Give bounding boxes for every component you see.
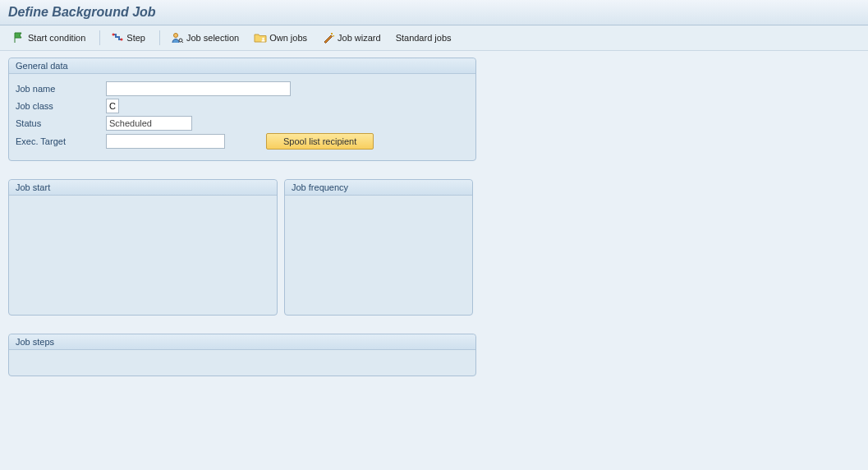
standard-jobs-button[interactable]: Standard jobs	[392, 30, 459, 45]
job-class-label: Job class	[16, 101, 106, 111]
step-label: Step	[126, 33, 145, 43]
exec-target-input[interactable]	[106, 134, 225, 149]
start-condition-label: Start condition	[28, 33, 85, 43]
start-frequency-row: Job start Job frequency	[8, 179, 860, 334]
general-data-header: General data	[9, 58, 475, 74]
field-row: Job name	[16, 81, 469, 96]
svg-point-5	[262, 38, 264, 39]
job-steps-header: Job steps	[9, 334, 475, 350]
start-condition-button[interactable]: Start condition	[8, 29, 93, 47]
svg-point-0	[113, 34, 115, 36]
spool-list-recipient-button[interactable]: Spool list recipient	[266, 133, 374, 150]
job-start-panel: Job start	[8, 179, 278, 316]
job-class-input[interactable]	[106, 99, 119, 113]
status-label: Status	[16, 118, 106, 128]
toolbar-separator	[99, 30, 100, 45]
status-field	[106, 116, 192, 131]
toolbar-separator	[159, 30, 160, 45]
exec-target-label: Exec. Target	[16, 136, 106, 146]
job-wizard-button[interactable]: Job wizard	[318, 29, 388, 47]
wizard-icon	[322, 31, 335, 44]
field-row: Exec. Target Spool list recipient	[16, 133, 469, 150]
job-name-label: Job name	[16, 84, 106, 94]
own-jobs-button[interactable]: Own jobs	[250, 29, 315, 47]
job-steps-panel: Job steps	[8, 334, 476, 376]
job-frequency-header: Job frequency	[285, 180, 472, 196]
job-selection-label: Job selection	[186, 33, 239, 43]
person-search-icon	[171, 31, 184, 44]
svg-point-2	[173, 34, 177, 38]
general-data-body: Job name Job class Status Exec. Target S…	[9, 74, 475, 160]
content-area: General data Job name Job class Status E…	[0, 51, 868, 401]
svg-point-3	[179, 39, 182, 42]
step-button[interactable]: Step	[107, 29, 153, 47]
own-jobs-label: Own jobs	[269, 33, 307, 43]
job-start-body	[9, 196, 277, 209]
folder-person-icon	[254, 31, 267, 44]
svg-point-1	[121, 39, 123, 41]
general-data-panel: General data Job name Job class Status E…	[8, 58, 476, 161]
job-wizard-label: Job wizard	[338, 33, 381, 43]
field-row: Job class	[16, 99, 469, 113]
field-row: Status	[16, 116, 469, 131]
standard-jobs-label: Standard jobs	[396, 33, 452, 43]
step-icon	[111, 31, 124, 44]
job-frequency-body	[285, 196, 472, 209]
job-selection-button[interactable]: Job selection	[167, 29, 246, 47]
title-bar: Define Background Job	[0, 0, 868, 25]
job-start-header: Job start	[9, 180, 277, 196]
job-steps-body	[9, 350, 475, 363]
svg-line-4	[181, 42, 183, 44]
application-toolbar: Start condition Step Job selection Own j…	[0, 25, 868, 51]
job-frequency-panel: Job frequency	[284, 179, 473, 316]
page-title: Define Background Job	[8, 5, 860, 20]
flag-icon	[12, 31, 25, 44]
job-name-input[interactable]	[106, 81, 291, 96]
